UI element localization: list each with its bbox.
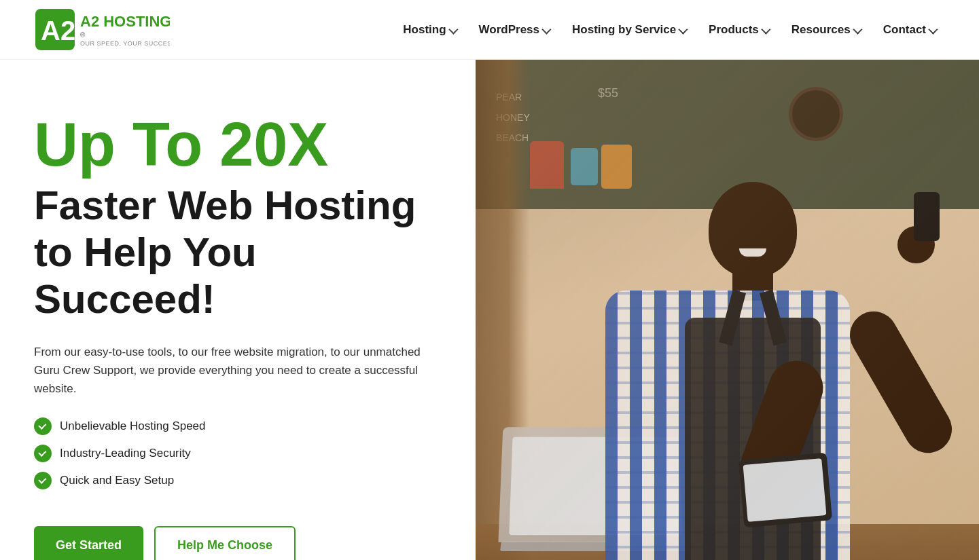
feature-security-text: Industry-Leading Security xyxy=(60,447,191,460)
chevron-down-icon xyxy=(928,24,938,34)
features-list: Unbelievable Hosting Speed Industry-Lead… xyxy=(34,417,442,499)
svg-text:OUR SPEED, YOUR SUCCESS: OUR SPEED, YOUR SUCCESS xyxy=(80,40,170,47)
nav-contact[interactable]: Contact xyxy=(874,18,945,42)
hero-headline-top: Up To 20X xyxy=(34,114,442,175)
feature-speed: Unbelievable Hosting Speed xyxy=(34,417,442,435)
nav-products[interactable]: Products xyxy=(699,18,778,42)
chevron-down-icon xyxy=(541,24,551,34)
nav-hosting[interactable]: Hosting xyxy=(393,18,465,42)
hero-content: Up To 20X Faster Web Hostingto Help YouS… xyxy=(0,60,476,560)
hero-photo: PEAR HONEY BEACH $55 xyxy=(476,60,979,560)
chevron-down-icon xyxy=(678,24,688,34)
hero-section: Up To 20X Faster Web Hostingto Help YouS… xyxy=(0,60,979,560)
chevron-down-icon xyxy=(853,24,862,34)
feature-setup-text: Quick and Easy Setup xyxy=(60,474,174,487)
chevron-down-icon xyxy=(761,24,770,34)
svg-text:A2: A2 xyxy=(41,16,75,45)
check-icon xyxy=(34,445,52,462)
nav-hosting-by-service[interactable]: Hosting by Service xyxy=(563,18,695,42)
check-icon xyxy=(34,472,52,489)
feature-speed-text: Unbelievable Hosting Speed xyxy=(60,419,206,433)
svg-text:A2 HOSTING: A2 HOSTING xyxy=(80,13,170,30)
chevron-down-icon xyxy=(448,24,458,34)
help-me-choose-button[interactable]: Help Me Choose xyxy=(154,526,296,560)
hero-headline-bottom: Faster Web Hostingto Help YouSucceed! xyxy=(34,182,442,322)
feature-security: Industry-Leading Security xyxy=(34,445,442,462)
feature-setup: Quick and Easy Setup xyxy=(34,472,442,489)
nav-wordpress[interactable]: WordPress xyxy=(469,18,558,42)
hero-image: PEAR HONEY BEACH $55 xyxy=(476,60,979,560)
main-nav: Hosting WordPress Hosting by Service Pro… xyxy=(393,18,945,42)
svg-text:®: ® xyxy=(80,31,86,39)
check-icon xyxy=(34,417,52,435)
photo-overlay xyxy=(476,60,979,560)
header: A2 A2 HOSTING ® OUR SPEED, YOUR SUCCESS … xyxy=(0,0,979,60)
hero-buttons: Get Started Help Me Choose xyxy=(34,526,442,560)
hero-description: From our easy-to-use tools, to our free … xyxy=(34,343,442,398)
nav-resources[interactable]: Resources xyxy=(782,18,870,42)
get-started-button[interactable]: Get Started xyxy=(34,526,143,560)
logo[interactable]: A2 A2 HOSTING ® OUR SPEED, YOUR SUCCESS xyxy=(34,7,170,52)
